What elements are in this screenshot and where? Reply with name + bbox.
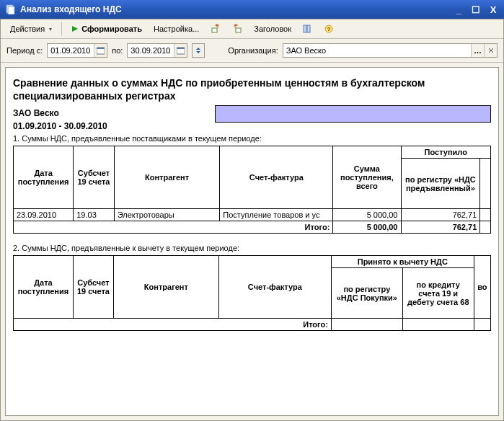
section1-caption: 1. Суммы НДС, предъявленные поставщиками… <box>13 134 491 143</box>
import-button[interactable] <box>227 22 247 36</box>
table-header-row: Дата поступления Субсчет 19 счета Контра… <box>14 146 491 159</box>
total-sum: 5 000,00 <box>333 221 401 234</box>
cell-sum: 5 000,00 <box>333 209 401 221</box>
org-field: … <box>283 43 498 58</box>
clear-button[interactable] <box>484 44 497 57</box>
svg-rect-12 <box>97 48 105 49</box>
columns-button[interactable] <box>298 22 318 36</box>
export-icon <box>211 24 221 34</box>
cell-sub: 19.03 <box>74 209 115 221</box>
total-label: Итого: <box>14 221 333 234</box>
settings-button[interactable]: Настройка... <box>149 22 204 35</box>
separator <box>61 22 62 35</box>
header-button[interactable]: Заголовок <box>249 22 296 35</box>
col-date: Дата поступления <box>14 256 74 319</box>
col-reg: по регистру «НДС Покупки» <box>331 268 402 319</box>
form-label: Сформировать <box>81 25 142 33</box>
calendar-icon[interactable] <box>174 44 187 57</box>
col-sf: Счет-фактура <box>220 146 333 209</box>
svg-rect-7 <box>304 25 306 32</box>
select-button[interactable]: … <box>471 44 484 57</box>
period-to-input[interactable] <box>128 44 174 57</box>
close-button[interactable]: X <box>485 3 501 16</box>
section2-caption: 2. Суммы НДС, предъявленные к вычету в т… <box>13 244 491 252</box>
arrows-icon <box>195 46 202 55</box>
section1-table: Дата поступления Субсчет 19 счета Контра… <box>13 146 491 234</box>
cell-empty <box>474 319 490 331</box>
svg-marker-2 <box>72 26 78 32</box>
cell-reg: 762,71 <box>401 209 480 221</box>
svg-rect-14 <box>177 48 185 49</box>
actions-menu[interactable]: Действия <box>5 22 57 35</box>
titlebar: Анализ входящего НДС _ ☐ X <box>0 0 504 19</box>
svg-rect-1 <box>8 6 14 14</box>
cell-date: 23.09.2010 <box>14 209 74 221</box>
svg-rect-5 <box>236 28 241 32</box>
org-input[interactable] <box>283 44 471 57</box>
col-sub: Субсчет 19 счета <box>73 256 113 319</box>
cell-empty <box>331 319 402 331</box>
help-icon: ? <box>324 25 333 33</box>
window-title: Анализ входящего НДС <box>20 4 122 14</box>
actions-label: Действия <box>10 25 45 33</box>
col-reg: по регистру «НДС предъявленный» <box>401 159 480 209</box>
svg-rect-3 <box>212 28 217 32</box>
form-button[interactable]: Сформировать <box>66 22 147 35</box>
col-contr: Контрагент <box>114 256 219 319</box>
svg-rect-8 <box>307 25 310 32</box>
period-from-label: Период с: <box>6 46 43 55</box>
table-row: 23.09.2010 19.03 Электротовары Поступлен… <box>14 209 491 221</box>
total-label: Итого: <box>14 319 332 331</box>
total-reg: 762,71 <box>401 221 480 234</box>
settings-label: Настройка... <box>154 25 199 33</box>
period-picker-button[interactable] <box>192 43 205 58</box>
toolbar: Действия Сформировать Настройка... Загол… <box>1 19 503 39</box>
table-total-row: Итого: <box>14 319 491 331</box>
org-label: Организация: <box>228 46 278 55</box>
table-total-row: Итого: 5 000,00 762,71 <box>14 221 491 234</box>
col-sum: Сумма поступления, всего <box>333 146 401 209</box>
col-sf: Счет-фактура <box>218 256 331 319</box>
cell-contr: Электротовары <box>114 209 220 221</box>
x-icon <box>488 48 494 53</box>
maximize-button[interactable]: ☐ <box>468 3 484 16</box>
header-label: Заголовок <box>254 25 291 33</box>
report-period: 01.09.2010 - 30.09.2010 <box>13 121 107 131</box>
play-icon <box>71 25 79 32</box>
col-received: Поступило <box>401 146 491 159</box>
col-deduct: Принято к вычету НДС <box>331 256 474 268</box>
col-sub: Субсчет 19 счета <box>74 146 115 209</box>
columns-icon <box>303 24 313 34</box>
report-title: Сравнение данных о суммах НДС по приобре… <box>13 76 491 102</box>
period-from-input[interactable] <box>48 44 94 57</box>
minimize-button[interactable]: _ <box>451 3 467 16</box>
col-credit: по кредиту счета 19 и дебету счета 68 <box>402 268 474 319</box>
cell-empty <box>402 319 474 331</box>
col-date: Дата поступления <box>14 146 74 209</box>
table-header-row: Дата поступления Субсчет 19 счета Контра… <box>14 256 491 268</box>
cell-sf: Поступление товаров и ус <box>220 209 333 221</box>
period-to-label: по: <box>112 46 123 55</box>
section2-table: Дата поступления Субсчет 19 счета Контра… <box>13 255 491 331</box>
filter-bar: Период с: по: Организация: … <box>1 39 503 63</box>
docs-icon <box>6 4 16 14</box>
import-icon <box>232 24 242 34</box>
help-button[interactable]: ? <box>319 22 338 35</box>
col-extra <box>480 159 491 209</box>
period-to-field <box>127 43 187 58</box>
highlight-bar <box>215 105 491 123</box>
svg-marker-16 <box>196 51 200 53</box>
cell-extra <box>480 221 491 234</box>
svg-text:?: ? <box>327 26 331 32</box>
period-from-field <box>47 43 107 58</box>
export-button[interactable] <box>205 22 226 36</box>
svg-marker-15 <box>196 48 200 50</box>
col-vo: во <box>474 256 490 319</box>
cell-extra <box>480 209 491 221</box>
col-contr: Контрагент <box>114 146 220 209</box>
calendar-icon[interactable] <box>94 44 107 57</box>
report-area: Сравнение данных о суммах НДС по приобре… <box>5 67 499 416</box>
